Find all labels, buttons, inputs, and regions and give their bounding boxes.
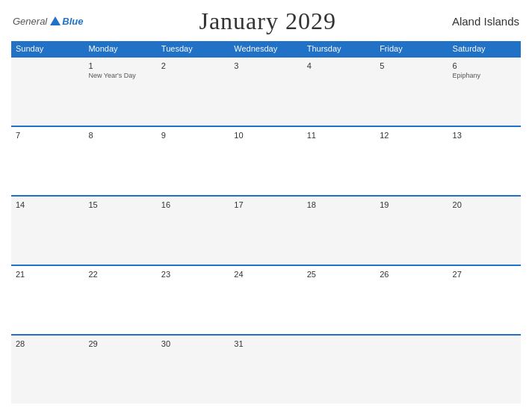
day-number: 31 bbox=[234, 339, 297, 348]
day-number: 2 bbox=[161, 61, 225, 70]
calendar-grid: 1 New Year's Day 2 3 4 5 6 Epiphany bbox=[11, 56, 521, 404]
day-cell-22: 22 bbox=[84, 266, 156, 334]
logo-general: General bbox=[13, 16, 47, 27]
day-cell-17: 17 bbox=[229, 197, 302, 265]
day-cell-21: 21 bbox=[11, 266, 84, 334]
day-cell-23: 23 bbox=[157, 266, 229, 334]
day-cell-empty-3 bbox=[375, 336, 448, 404]
day-number: 25 bbox=[307, 270, 371, 279]
day-number: 30 bbox=[161, 339, 225, 348]
day-cell-14: 14 bbox=[11, 197, 84, 265]
day-cell-4: 4 bbox=[303, 58, 375, 126]
day-number: 5 bbox=[380, 61, 443, 70]
day-cell-19: 19 bbox=[375, 197, 448, 265]
day-cell-11: 11 bbox=[303, 127, 375, 195]
logo-blue: Blue bbox=[62, 16, 83, 27]
day-cell-5: 5 bbox=[375, 58, 448, 126]
day-cell-10: 10 bbox=[229, 127, 302, 195]
day-cell-6: 6 Epiphany bbox=[448, 58, 521, 126]
day-cell-26: 26 bbox=[375, 266, 448, 334]
header-saturday: Saturday bbox=[448, 41, 521, 56]
week-row-3: 14 15 16 17 18 19 20 bbox=[11, 195, 521, 265]
day-cell-7: 7 bbox=[11, 127, 84, 195]
day-number: 15 bbox=[88, 200, 152, 209]
day-number: 10 bbox=[234, 131, 297, 140]
day-number: 6 bbox=[453, 61, 516, 70]
day-number: 4 bbox=[307, 61, 371, 70]
day-number: 29 bbox=[88, 339, 152, 348]
day-number: 23 bbox=[161, 270, 225, 279]
day-cell-12: 12 bbox=[375, 127, 448, 195]
week-row-2: 7 8 9 10 11 12 13 bbox=[11, 126, 521, 195]
day-cell-25: 25 bbox=[303, 266, 375, 334]
header-friday: Friday bbox=[375, 41, 448, 56]
day-number: 13 bbox=[453, 131, 516, 140]
day-number: 1 bbox=[88, 61, 152, 70]
header-monday: Monday bbox=[84, 41, 156, 56]
day-cell-15: 15 bbox=[84, 197, 156, 265]
week-row-4: 21 22 23 24 25 26 27 bbox=[11, 265, 521, 334]
day-number: 16 bbox=[161, 200, 225, 209]
day-number: 17 bbox=[234, 200, 297, 209]
day-cell-2: 2 bbox=[157, 58, 229, 126]
day-number: 8 bbox=[88, 131, 152, 140]
day-number: 11 bbox=[307, 131, 371, 140]
day-cell-30: 30 bbox=[157, 336, 229, 404]
header-wednesday: Wednesday bbox=[229, 41, 302, 56]
day-cell-28: 28 bbox=[11, 336, 84, 404]
day-number: 20 bbox=[453, 200, 516, 209]
day-number: 19 bbox=[380, 200, 443, 209]
day-number: 22 bbox=[88, 270, 152, 279]
day-cell-1: 1 New Year's Day bbox=[84, 58, 156, 126]
day-cell-9: 9 bbox=[157, 127, 229, 195]
day-number: 18 bbox=[307, 200, 371, 209]
day-cell-24: 24 bbox=[229, 266, 302, 334]
day-cell-8: 8 bbox=[84, 127, 156, 195]
day-number: 28 bbox=[16, 339, 79, 348]
day-cell-29: 29 bbox=[84, 336, 156, 404]
day-number: 21 bbox=[16, 270, 79, 279]
header-thursday: Thursday bbox=[303, 41, 375, 56]
day-cell-18: 18 bbox=[303, 197, 375, 265]
calendar-header: General Blue January 2029 Aland Islands bbox=[11, 7, 521, 35]
day-cell-13: 13 bbox=[448, 127, 521, 195]
day-event: New Year's Day bbox=[88, 72, 152, 79]
day-number: 12 bbox=[380, 131, 443, 140]
week-row-5: 28 29 30 31 bbox=[11, 334, 521, 404]
day-cell-20: 20 bbox=[448, 197, 521, 265]
day-number: 9 bbox=[161, 131, 225, 140]
day-number: 14 bbox=[16, 200, 79, 209]
calendar-container: General Blue January 2029 Aland Islands … bbox=[0, 0, 532, 411]
logo: General Blue bbox=[13, 16, 83, 27]
day-cell-empty-1 bbox=[11, 58, 84, 126]
day-number: 24 bbox=[234, 270, 297, 279]
header-tuesday: Tuesday bbox=[157, 41, 229, 56]
day-cell-3: 3 bbox=[229, 58, 302, 126]
day-cell-31: 31 bbox=[229, 336, 302, 404]
header-sunday: Sunday bbox=[11, 41, 84, 56]
day-number: 7 bbox=[16, 131, 79, 140]
day-event: Epiphany bbox=[453, 72, 516, 79]
region-label: Aland Islands bbox=[452, 15, 519, 28]
day-number: 26 bbox=[380, 270, 443, 279]
day-headers: Sunday Monday Tuesday Wednesday Thursday… bbox=[11, 41, 521, 56]
week-row-1: 1 New Year's Day 2 3 4 5 6 Epiphany bbox=[11, 56, 521, 126]
day-number: 27 bbox=[453, 270, 516, 279]
day-cell-empty-4 bbox=[448, 336, 521, 404]
calendar-title: January 2029 bbox=[199, 7, 336, 35]
day-cell-empty-2 bbox=[303, 336, 375, 404]
logo-triangle-icon bbox=[50, 16, 61, 25]
day-number: 3 bbox=[234, 61, 297, 70]
day-cell-27: 27 bbox=[448, 266, 521, 334]
day-cell-16: 16 bbox=[157, 197, 229, 265]
